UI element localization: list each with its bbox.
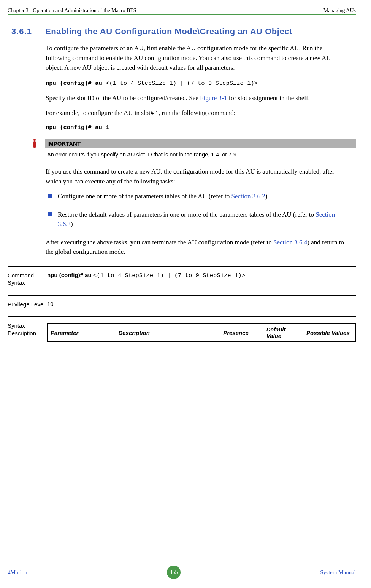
col-header: Default Value: [263, 324, 303, 342]
text: for slot assignment in the shelf.: [227, 94, 310, 102]
paragraph: To configure the parameters of an AU, fi…: [46, 43, 348, 73]
page-header: Chapter 3 - Operation and Administration…: [8, 8, 356, 14]
paragraph: For example, to configure the AU in slot…: [46, 108, 348, 118]
row-value: Parameter Description Presence Default V…: [47, 322, 356, 342]
command-bold: npu (config)# au: [46, 80, 106, 87]
row-label: Privilege Level: [8, 301, 47, 308]
syntax-table: Parameter Description Presence Default V…: [47, 323, 356, 342]
footer-right: System Manual: [320, 569, 356, 576]
text: ): [265, 193, 268, 200]
row-value: npu (config)# au <(1 to 4 StepSize 1) | …: [47, 272, 356, 279]
header-rule: [8, 14, 356, 15]
command-args: <(1 to 4 StepSize 1) | (7 to 9 StepSize …: [93, 272, 245, 279]
list-item: Restore the default values of parameters…: [46, 210, 348, 229]
row-label: Command Syntax: [8, 272, 47, 287]
paragraph: Specify the slot ID of the AU to be conf…: [46, 93, 348, 103]
paragraph: After executing the above tasks, you can…: [46, 237, 348, 257]
text: ): [71, 220, 73, 228]
section-heading: 3.6.1 Enabling the AU Configuration Mode…: [11, 27, 356, 37]
row-value: 10: [47, 301, 356, 307]
section-title: Enabling the AU Configuration Mode\Creat…: [45, 27, 346, 37]
col-header: Parameter: [48, 324, 115, 342]
header-left: Chapter 3 - Operation and Administration…: [8, 8, 136, 14]
info-icon: [33, 141, 36, 148]
table-row: Privilege Level 10: [8, 296, 356, 317]
col-header: Presence: [220, 324, 263, 342]
table-header-row: Parameter Description Presence Default V…: [48, 324, 356, 342]
command-line: npu (config)# au <(1 to 4 StepSize 1) | …: [46, 78, 348, 88]
page-number: 455: [167, 566, 181, 579]
text: Specify the slot ID of the AU to be conf…: [46, 94, 200, 102]
list-item: Configure one or more of the parameters …: [46, 191, 348, 201]
footer-left: 4Motion: [8, 569, 27, 576]
figure-link[interactable]: Figure 3-1: [200, 94, 227, 102]
text: Restore the default values of parameters…: [58, 211, 316, 218]
col-header: Possible Values: [303, 324, 356, 342]
table-row: Command Syntax npu (config)# au <(1 to 4…: [8, 267, 356, 295]
important-icon: [30, 139, 45, 150]
page-footer: 4Motion 455 System Manual: [8, 566, 356, 579]
definition-table: Command Syntax npu (config)# au <(1 to 4…: [8, 266, 356, 344]
section-number: 3.6.1: [11, 27, 44, 37]
command-bold: npu (config)# au: [47, 272, 93, 278]
section-link[interactable]: Section 3.6.4: [273, 239, 307, 246]
text: After executing the above tasks, you can…: [46, 239, 273, 246]
row-label: Syntax Description: [8, 322, 47, 337]
important-note: IMPORTANT An error occurs if you specify…: [30, 139, 356, 161]
important-label: IMPORTANT: [45, 139, 356, 148]
command-line: npu (config)# au 1: [46, 123, 348, 132]
header-right: Managing AUs: [323, 8, 356, 14]
table-row: Syntax Description Parameter Description…: [8, 317, 356, 343]
command-args: <(1 to 4 StepSize 1) | (7 to 9 StepSize …: [106, 80, 258, 87]
bullet-list: Configure one or more of the parameters …: [46, 191, 348, 229]
important-text: An error occurs if you specify an AU slo…: [45, 150, 356, 161]
col-header: Description: [115, 324, 220, 342]
section-link[interactable]: Section 3.6.2: [231, 193, 265, 200]
text: Configure one or more of the parameters …: [58, 193, 231, 200]
paragraph: If you use this command to create a new …: [46, 167, 348, 186]
